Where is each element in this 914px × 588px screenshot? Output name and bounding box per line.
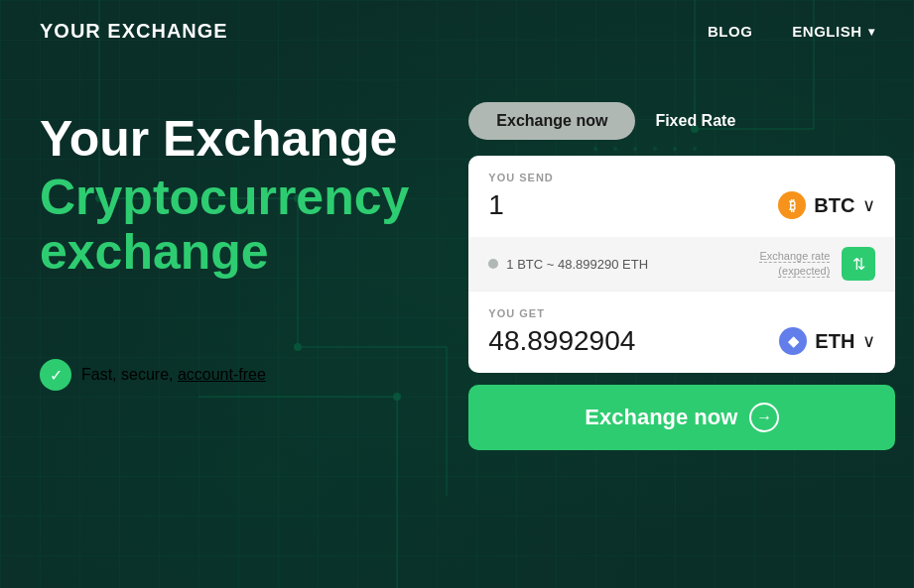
hero-badge: ✓ Fast, secure, account-free <box>40 359 409 391</box>
swap-icon: ⇅ <box>852 255 865 274</box>
logo: YOUR EXCHANGE <box>40 20 228 43</box>
send-currency-name: BTC <box>814 194 854 217</box>
get-value: 48.8992904 <box>488 325 720 357</box>
rate-label: Exchange rate <box>759 250 830 263</box>
get-currency-name: ETH <box>815 330 854 353</box>
rate-bar: 1 BTC ~ 48.899290 ETH Exchange rate (exp… <box>468 237 895 291</box>
header: YOUR EXCHANGE BLOG ENGLISH ▾ <box>0 0 914 62</box>
hero-text: Your Exchange Cryptocurrency exchange ✓ … <box>40 102 409 391</box>
tab-fixed-rate[interactable]: Fixed Rate <box>655 112 735 130</box>
send-box: YOU SEND ₿ BTC ∨ <box>468 156 895 237</box>
get-currency-selector[interactable]: ◆ ETH ∨ <box>779 327 875 355</box>
badge-text: Fast, secure, account-free <box>81 366 266 384</box>
send-currency-selector[interactable]: ₿ BTC ∨ <box>778 191 875 219</box>
blog-link[interactable]: BLOG <box>708 23 752 40</box>
eth-icon: ◆ <box>779 327 807 355</box>
send-input[interactable] <box>488 189 720 221</box>
hero-title-line1: Your Exchange <box>40 112 409 167</box>
hero-title-line3: exchange <box>40 225 409 280</box>
get-currency-chevron: ∨ <box>862 330 875 352</box>
btc-icon: ₿ <box>778 191 806 219</box>
language-selector[interactable]: ENGLISH ▾ <box>792 23 874 40</box>
send-currency-chevron: ∨ <box>862 194 875 216</box>
rate-right: Exchange rate (expected) <box>759 250 830 278</box>
check-icon: ✓ <box>40 359 71 391</box>
get-box: YOU GET 48.8992904 ◆ ETH ∨ <box>468 291 895 373</box>
get-input-row: 48.8992904 ◆ ETH ∨ <box>488 325 875 357</box>
main-content: Your Exchange Cryptocurrency exchange ✓ … <box>0 62 914 450</box>
chevron-down-icon: ▾ <box>868 25 875 39</box>
rate-conversion-text: 1 BTC ~ 48.899290 ETH <box>506 257 648 272</box>
language-label: ENGLISH <box>792 23 861 40</box>
get-label: YOU GET <box>488 307 875 319</box>
exchange-btn-label: Exchange now <box>585 405 737 430</box>
exchange-widget: Exchange now Fixed Rate YOU SEND ₿ BTC ∨… <box>468 102 895 450</box>
exchange-tabs: Exchange now Fixed Rate <box>468 102 895 140</box>
swap-button[interactable]: ⇅ <box>842 247 875 281</box>
hero-title-line2: Cryptocurrency <box>40 171 409 225</box>
rate-left: 1 BTC ~ 48.899290 ETH <box>488 257 648 272</box>
nav-right: BLOG ENGLISH ▾ <box>708 23 874 40</box>
tab-exchange-now[interactable]: Exchange now <box>468 102 635 140</box>
rate-right-row: Exchange rate (expected) ⇅ <box>759 247 875 281</box>
rate-dot-icon <box>488 259 498 269</box>
arrow-right-icon: → <box>749 403 779 432</box>
rate-sublabel: (expected) <box>778 265 830 278</box>
send-label: YOU SEND <box>488 172 875 183</box>
send-input-row: ₿ BTC ∨ <box>488 189 875 221</box>
exchange-now-button[interactable]: Exchange now → <box>468 385 895 450</box>
